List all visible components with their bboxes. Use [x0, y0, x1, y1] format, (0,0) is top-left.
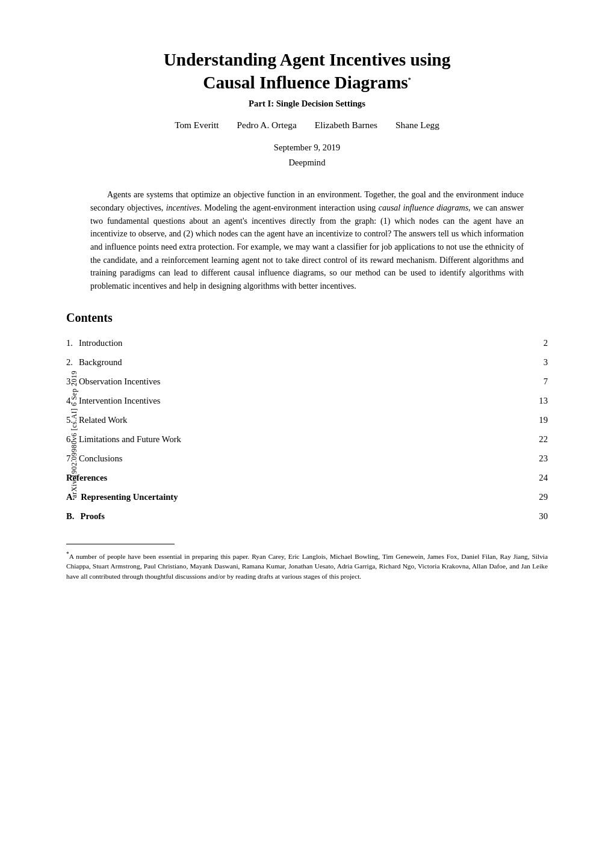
toc-item-3: 3. Observation Incentives 7: [66, 372, 548, 391]
footnote-text: A number of people have been essential i…: [66, 552, 548, 580]
toc-text-b: Proofs: [80, 509, 104, 523]
toc-item-2: 2. Background 3: [66, 352, 548, 372]
author-3: Elizabeth Barnes: [315, 120, 377, 131]
toc-text-7: Conclusions: [79, 452, 122, 465]
toc-page-references: 24: [539, 471, 548, 484]
toc-item-7: 7. Conclusions 23: [66, 449, 548, 468]
footnote-divider: [66, 544, 175, 544]
toc-item-5: 5. Related Work 19: [66, 410, 548, 429]
contents-heading: Contents: [66, 311, 548, 325]
footnote: *A number of people have been essential …: [66, 550, 548, 582]
toc-item-1: 1. Introduction 2: [66, 333, 548, 352]
toc-item-a: A. Representing Uncertainty 29: [66, 487, 548, 506]
toc-text-5: Related Work: [79, 413, 127, 426]
author-4: Shane Legg: [395, 120, 439, 131]
toc-page-3: 7: [544, 375, 548, 388]
arxiv-label: arXiv:1902.09980v6 [cs.AI] 6 Sep 2019: [70, 371, 79, 498]
toc-page-7: 23: [539, 452, 548, 465]
toc-item-b: B. Proofs 30: [66, 506, 548, 526]
toc-number-2: 2.: [66, 356, 73, 369]
toc-text-4: Intervention Incentives: [79, 394, 161, 407]
toc-page-4: 13: [539, 394, 548, 407]
subtitle: Part I: Single Decision Settings: [66, 99, 548, 109]
toc-page-6: 22: [539, 432, 548, 446]
main-title: Understanding Agent Incentives using Cau…: [66, 48, 548, 94]
date-affiliation: September 9, 2019 Deepmind: [66, 140, 548, 170]
toc-page-2: 3: [544, 356, 548, 369]
title-section: Understanding Agent Incentives using Cau…: [66, 48, 548, 109]
toc-item-6: 6. Limitations and Future Work 22: [66, 429, 548, 449]
toc-text-3: Observation Incentives: [79, 375, 161, 388]
author-1: Tom Everitt: [175, 120, 219, 131]
toc-text-6: Limitations and Future Work: [79, 432, 181, 446]
abstract: Agents are systems that optimize an obje…: [90, 188, 524, 293]
toc-page-5: 19: [539, 413, 548, 426]
toc-item-references: References 24: [66, 468, 548, 487]
contents-section: Contents 1. Introduction 2 2. Background…: [66, 311, 548, 526]
page: arXiv:1902.09980v6 [cs.AI] 6 Sep 2019 Un…: [0, 0, 614, 868]
toc-text-1: Introduction: [79, 336, 122, 349]
abstract-text: Agents are systems that optimize an obje…: [90, 188, 524, 293]
toc-text-2: Background: [79, 356, 122, 369]
abstract-italic-cid: causal influence diagrams: [379, 203, 468, 212]
toc-number-b: B.: [66, 509, 74, 523]
authors-list: Tom Everitt Pedro A. Ortega Elizabeth Ba…: [66, 120, 548, 131]
abstract-italic-incentives: incentives: [166, 203, 200, 212]
toc-text-a: Representing Uncertainty: [81, 490, 178, 503]
author-2: Pedro A. Ortega: [237, 120, 297, 131]
toc-page-a: 29: [539, 490, 548, 503]
toc-item-4: 4. Intervention Incentives 13: [66, 391, 548, 410]
toc-page-b: 30: [539, 509, 548, 523]
toc-number-1: 1.: [66, 336, 73, 349]
affiliation: Deepmind: [66, 155, 548, 170]
date: September 9, 2019: [66, 140, 548, 155]
toc-page-1: 2: [544, 336, 548, 349]
